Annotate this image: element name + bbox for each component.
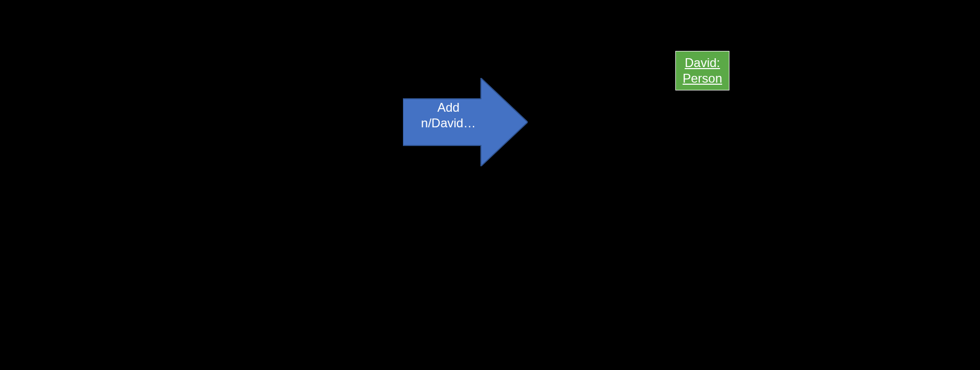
arrow-label-line1: Add bbox=[413, 100, 484, 115]
person-object-box: David: Person bbox=[675, 51, 729, 90]
object-type: Person bbox=[683, 71, 722, 86]
arrow-label: Add n/David… bbox=[413, 100, 484, 131]
add-command-arrow: Add n/David… bbox=[403, 78, 528, 166]
object-name: David: bbox=[685, 55, 720, 71]
arrow-label-line2: n/David… bbox=[413, 115, 484, 131]
